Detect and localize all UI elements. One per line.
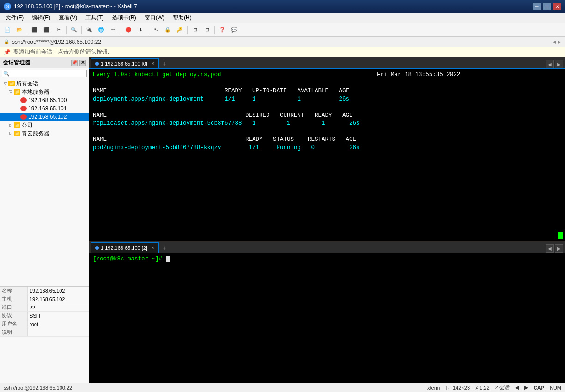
tab-terminal-2[interactable]: 1 192.168.65.100 [2] ✕ [91, 242, 159, 253]
prop-row-name: 名称 192.168.65.102 [0, 287, 89, 295]
prop-row-desc: 说明 [0, 328, 89, 337]
toolbar-lock[interactable]: 🔒 [162, 25, 173, 35]
tree-node-all-sessions[interactable]: ▽ 📁 所有会话 [0, 79, 89, 88]
toolbar-sep6 [187, 26, 188, 34]
tree-node-local-servers[interactable]: ▽ 📁 本地服务器 [0, 88, 89, 96]
sidebar-search-area[interactable] [0, 68, 89, 78]
address-text: ssh://root:******@192.168.65.100:22 [12, 39, 101, 45]
toolbar-split2[interactable]: ⊟ [201, 25, 213, 35]
prop-val-port: 22 [28, 303, 37, 311]
tab-add-bottom[interactable]: + [160, 243, 169, 253]
toolbar-sep7 [214, 26, 215, 34]
tab-terminal-0[interactable]: 1 192.168.65.100 [0] ✕ [91, 58, 159, 68]
toolbar-stop[interactable]: 🔴 [123, 25, 134, 35]
maximize-button[interactable]: □ [543, 3, 551, 10]
status-left: ssh://root@192.168.65.100:22 [4, 385, 72, 391]
status-term: xterm [427, 385, 440, 391]
prop-key-desc: 说明 [0, 328, 28, 336]
tab-nav-right-bottom[interactable]: ▶ [555, 244, 563, 253]
sidebar-pin-button[interactable]: 📌 [71, 60, 78, 66]
menu-window[interactable]: 窗口(W) [141, 13, 168, 23]
sidebar-tree: ▽ 📁 所有会话 ▽ 📁 本地服务器 192.168.65.100 [0, 78, 89, 286]
sidebar-close-button[interactable]: ✕ [79, 60, 86, 66]
tree-toggle-qingyun[interactable]: ▷ [7, 130, 14, 137]
lock-icon: 🔒 [4, 39, 9, 44]
toolbar-help[interactable]: ❓ [217, 25, 228, 35]
menu-tools[interactable]: 工具(T) [82, 13, 107, 23]
tree-node-server-102[interactable]: 192.168.65.102 [0, 113, 89, 121]
toolbar-expand[interactable]: ⤡ [150, 25, 161, 35]
menu-help[interactable]: 帮助(H) [169, 13, 195, 23]
tree-toggle-all[interactable]: ▽ [2, 80, 8, 87]
prop-empty-area [0, 337, 89, 383]
toolbar-download[interactable]: ⬇ [135, 25, 146, 35]
tree-node-server-100[interactable]: 192.168.65.100 [0, 96, 89, 104]
status-nav-right[interactable]: ▶ [524, 385, 528, 391]
tab-add-top[interactable]: + [160, 59, 169, 68]
terminal-area: 1 192.168.65.100 [0] ✕ + ◀ ▶ Every 1.0s:… [89, 57, 565, 383]
tree-node-server-101[interactable]: 192.168.65.101 [0, 104, 89, 113]
tree-toggle-company[interactable]: ▷ [7, 122, 14, 128]
tab-close-0[interactable]: ✕ [151, 61, 155, 66]
minimize-button[interactable]: ─ [533, 3, 541, 10]
window-title: 192.168.65.100 [2] - root@k8s-master:~ -… [14, 3, 137, 10]
terminal-top-text: Every 1.0s: kubectl get deploy,rs,pod Fr… [93, 71, 561, 152]
toolbar-copy[interactable]: ⬛ [29, 25, 40, 35]
tab-nav-right[interactable]: ▶ [555, 60, 563, 68]
menu-bar: 文件(F) 编辑(E) 查看(V) 工具(T) 选项卡(B) 窗口(W) 帮助(… [0, 13, 565, 23]
toolbar-connect[interactable]: 🔌 [84, 25, 95, 35]
folder-icon-all: 📁 [8, 81, 15, 86]
folder-icon-qingyun: 📁 [14, 131, 20, 136]
status-nav-left[interactable]: ◀ [515, 385, 519, 391]
tab-nav-left-bottom[interactable]: ◀ [546, 244, 554, 253]
menu-view[interactable]: 查看(V) [55, 13, 81, 23]
top-terminal-content[interactable]: Every 1.0s: kubectl get deploy,rs,pod Fr… [89, 69, 565, 241]
prop-row-protocol: 协议 SSH [0, 312, 89, 320]
toolbar-new[interactable]: 📄 [2, 25, 13, 35]
sidebar-search-input[interactable] [2, 70, 87, 77]
tab-close-2[interactable]: ✕ [151, 245, 155, 250]
toolbar-key[interactable]: 🔑 [174, 25, 185, 35]
toolbar-compose[interactable]: ✏ [108, 25, 119, 35]
toolbar-cut[interactable]: ✂ [53, 25, 64, 35]
prop-val-desc [28, 328, 31, 336]
window-controls[interactable]: ─ □ ✕ [533, 3, 561, 10]
tree-toggle-local[interactable]: ▽ [7, 89, 14, 95]
toolbar-find[interactable]: 🔍 [68, 25, 79, 35]
tree-node-qingyun[interactable]: ▷ 📁 青云服务器 [0, 129, 89, 138]
close-button[interactable]: ✕ [553, 3, 561, 10]
hint-text: 要添加当前会话，点击左侧的箭头按钮. [13, 48, 109, 56]
prop-row-username: 用户名 root [0, 320, 89, 328]
sidebar-header: 会话管理器 📌 ✕ [0, 57, 89, 68]
tree-node-company[interactable]: ▷ 📁 公司 [0, 121, 89, 129]
toolbar-split[interactable]: ⊞ [189, 25, 200, 35]
prop-val-host: 192.168.65.102 [28, 295, 67, 303]
toolbar-sep5 [148, 26, 148, 34]
content-area: 会话管理器 📌 ✕ ▽ 📁 所有会话 ▽ 📁 本地服务器 [0, 57, 565, 383]
server-icon-101 [20, 106, 27, 111]
prop-val-protocol: SSH [28, 312, 42, 320]
toolbar-chat[interactable]: 💬 [229, 25, 240, 35]
toolbar-open[interactable]: 📂 [14, 25, 25, 35]
tab-nav-bottom: ◀ ▶ [546, 244, 563, 253]
status-right: xterm Γ⌐ 142×23 ﾒ 1,22 2 会话 ◀ ▶ CAP NUM [427, 384, 561, 391]
app-icon: S [4, 3, 11, 10]
bottom-terminal-content[interactable]: [root@k8s-master ~]# [89, 253, 565, 383]
menu-edit[interactable]: 编辑(E) [28, 13, 54, 23]
menu-file[interactable]: 文件(F) [2, 13, 27, 23]
terminal-scroll-indicator-top [558, 232, 563, 239]
sidebar-controls[interactable]: 📌 ✕ [71, 60, 86, 66]
toolbar-paste[interactable]: ⬛ [41, 25, 52, 35]
hint-icon: 📌 [4, 49, 11, 55]
menu-tabs[interactable]: 选项卡(B) [109, 13, 140, 23]
status-num: NUM [550, 385, 561, 391]
tab-label-2: 1 192.168.65.100 [2] [101, 245, 147, 251]
tab-dot-0 [95, 62, 99, 66]
toolbar-globe[interactable]: 🌐 [96, 25, 107, 35]
folder-icon-local: 📁 [14, 89, 20, 95]
prop-key-port: 端口 [0, 303, 28, 311]
title-bar-left: S 192.168.65.100 [2] - root@k8s-master:~… [4, 3, 137, 10]
tab-nav-left[interactable]: ◀ [546, 60, 554, 68]
status-cap: CAP [534, 385, 544, 391]
folder-icon-company: 📁 [14, 122, 20, 128]
